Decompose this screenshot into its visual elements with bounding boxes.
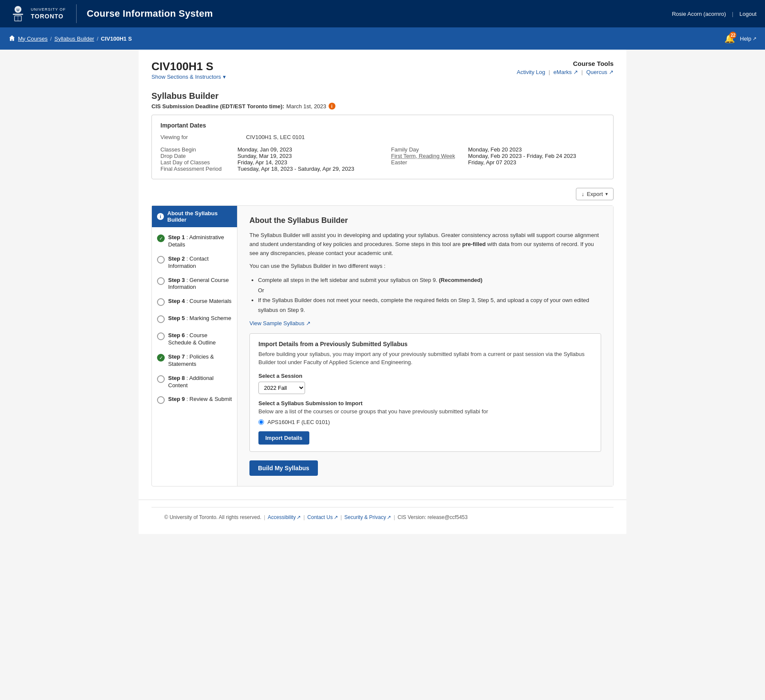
- submission-deadline: CIS Submission Deadline (EDT/EST Toronto…: [151, 103, 614, 110]
- aps160-label[interactable]: APS160H1 F (LEC 0101): [267, 419, 330, 425]
- builder-description-1: The Syllabus Builder will assist you in …: [249, 231, 601, 258]
- header-divider: [76, 4, 77, 23]
- export-button[interactable]: ↓ Export ▾: [576, 188, 614, 200]
- builder-option-1: Complete all steps in the left sidebar a…: [258, 275, 601, 295]
- username: Rosie Acorn (acornro): [672, 11, 726, 17]
- submission-desc: Below are a list of the courses or cours…: [258, 408, 592, 415]
- svg-rect-3: [13, 14, 23, 15]
- breadcrumb: My Courses / Syllabus Builder / CIV100H1…: [9, 35, 132, 43]
- view-sample-ext-icon: ↗: [306, 320, 311, 326]
- contact-link[interactable]: Contact Us ↗: [307, 514, 338, 520]
- footer-copyright: © University of Toronto. All rights rese…: [164, 514, 261, 520]
- help-link[interactable]: Help ↗: [740, 36, 756, 42]
- sidebar-step-1[interactable]: ✓ Step 1 : Administrative Details: [152, 231, 237, 252]
- contact-ext-icon: ↗: [334, 514, 338, 520]
- export-dropdown-icon: ▾: [605, 191, 608, 197]
- builder-sidebar: i About the Syllabus Builder ✓ Step 1 : …: [152, 206, 237, 486]
- course-tools-label: Course Tools: [517, 60, 614, 67]
- my-courses-breadcrumb-link[interactable]: My Courses: [18, 36, 47, 42]
- top-header: U UNIVERSITY OF TORONTO Course Informati…: [0, 0, 765, 27]
- export-down-icon: ↓: [581, 191, 584, 197]
- header-left: U UNIVERSITY OF TORONTO Course Informati…: [9, 4, 213, 23]
- footer-content: © University of Toronto. All rights rese…: [151, 507, 614, 527]
- step-9-circle-icon: [157, 396, 165, 406]
- security-ext-icon: ↗: [387, 514, 391, 520]
- import-box: Import Details from a Previously Submitt…: [249, 333, 601, 452]
- import-title: Import Details from a Previously Submitt…: [258, 341, 592, 347]
- step-1-check-icon: ✓: [157, 234, 165, 242]
- date-row-easter: Easter Friday, Apr 07 2023: [391, 159, 605, 166]
- view-sample-syllabus-link[interactable]: View Sample Syllabus ↗: [249, 320, 311, 326]
- import-desc: Before building your syllabus, you may i…: [258, 350, 592, 367]
- emarks-ext-icon: ↗: [573, 69, 578, 75]
- date-row-classes-begin: Classes Begin Monday, Jan 09, 2023: [160, 146, 374, 153]
- date-row-reading-week: First Term, Reading Week Monday, Feb 20 …: [391, 153, 605, 159]
- course-tools-area: Course Tools Activity Log | eMarks ↗ | Q…: [517, 60, 614, 75]
- notification-bell[interactable]: 🔔 22: [723, 32, 736, 45]
- breadcrumb-bar: My Courses / Syllabus Builder / CIV100H1…: [0, 27, 765, 50]
- uoft-crest-icon: U: [9, 4, 27, 23]
- sidebar-info-icon: i: [157, 213, 164, 220]
- course-tools-links: Activity Log | eMarks ↗ | Quercus ↗: [517, 69, 614, 75]
- deadline-info-icon[interactable]: i: [329, 103, 335, 110]
- course-title: CIV100H1 S: [151, 60, 226, 73]
- sidebar-step-4[interactable]: Step 4 : Course Materials: [152, 294, 237, 311]
- sidebar-step-6[interactable]: Step 6 : Course Schedule & Outline: [152, 329, 237, 350]
- dates-grid: Classes Begin Monday, Jan 09, 2023 Drop …: [160, 146, 605, 172]
- security-privacy-link[interactable]: Security & Privacy ↗: [344, 514, 391, 520]
- quercus-ext-icon: ↗: [609, 69, 614, 75]
- logout-link[interactable]: Logout: [739, 11, 756, 17]
- app-title: Course Information System: [87, 8, 213, 19]
- sidebar-header: i About the Syllabus Builder: [152, 206, 237, 227]
- step-3-circle-icon: [157, 277, 165, 287]
- dates-right: Family Day Monday, Feb 20 2023 First Ter…: [391, 146, 605, 172]
- import-details-button[interactable]: Import Details: [258, 431, 309, 445]
- breadcrumb-current: CIV100H1 S: [101, 36, 132, 42]
- submission-label: Select a Syllabus Submission to Import: [258, 400, 592, 406]
- sidebar-step-8[interactable]: Step 8 : Additional Content: [152, 371, 237, 393]
- date-row-last-day: Last Day of Classes Friday, Apr 14, 2023: [160, 159, 374, 166]
- uoft-logo: U UNIVERSITY OF TORONTO: [9, 4, 66, 23]
- quercus-link[interactable]: Quercus ↗: [586, 69, 614, 75]
- step-6-circle-icon: [157, 332, 165, 342]
- emarks-link[interactable]: eMarks ↗: [554, 69, 578, 75]
- sidebar-step-2[interactable]: Step 2 : Contact Information: [152, 252, 237, 273]
- build-syllabus-button[interactable]: Build My Syllabus: [249, 460, 318, 476]
- date-row-family-day: Family Day Monday, Feb 20 2023: [391, 146, 605, 153]
- main-content: CIV100H1 S Show Sections & Instructors ▾…: [139, 50, 626, 499]
- sidebar-step-5[interactable]: Step 5 : Marking Scheme: [152, 311, 237, 329]
- notification-badge: 22: [729, 32, 736, 39]
- accessibility-link[interactable]: Accessibility ↗: [268, 514, 301, 520]
- builder-main-panel: About the Syllabus Builder The Syllabus …: [237, 206, 613, 486]
- sidebar-step-3[interactable]: Step 3 : General Course Information: [152, 273, 237, 295]
- home-breadcrumb-link[interactable]: [9, 35, 15, 43]
- step-4-circle-icon: [157, 298, 165, 308]
- syllabus-heading: Syllabus Builder: [151, 91, 614, 101]
- sidebar-header-label: About the Syllabus Builder: [167, 210, 232, 223]
- import-radio-row: APS160H1 F (LEC 0101): [258, 419, 592, 425]
- accessibility-ext-icon: ↗: [297, 514, 301, 520]
- aps160-radio[interactable]: [258, 419, 264, 425]
- export-row: ↓ Export ▾: [151, 188, 614, 200]
- syllabus-builder-breadcrumb-link[interactable]: Syllabus Builder: [54, 36, 94, 42]
- course-header: CIV100H1 S Show Sections & Instructors ▾…: [151, 60, 614, 89]
- dates-left: Classes Begin Monday, Jan 09, 2023 Drop …: [160, 146, 374, 172]
- dropdown-arrow-icon: ▾: [223, 74, 226, 80]
- builder-main-title: About the Syllabus Builder: [249, 216, 601, 225]
- footer: © University of Toronto. All rights rese…: [139, 499, 626, 534]
- show-sections-link[interactable]: Show Sections & Instructors ▾: [151, 74, 226, 80]
- viewing-for-row: Viewing for CIV100H1 S, LEC 0101: [160, 134, 605, 140]
- svg-text:U: U: [17, 8, 20, 12]
- sidebar-step-9[interactable]: Step 9 : Review & Submit: [152, 392, 237, 409]
- cis-version: CIS Version: release@ccf5453: [397, 514, 468, 520]
- course-title-area: CIV100H1 S Show Sections & Instructors ▾: [151, 60, 226, 89]
- activity-log-link[interactable]: Activity Log: [517, 69, 545, 75]
- help-area: 🔔 22 Help ↗: [723, 32, 756, 45]
- sidebar-step-7[interactable]: ✓ Step 7 : Policies & Statements: [152, 350, 237, 371]
- step-5-circle-icon: [157, 315, 165, 325]
- builder-option-2: If the Syllabus Builder does not meet yo…: [258, 295, 601, 315]
- session-select[interactable]: 2022 Fall 2022 Winter 2021 Fall 2021 Win…: [258, 382, 305, 394]
- builder-description-2: You can use the Syllabus Builder in two …: [249, 262, 601, 271]
- important-dates-box: Important Dates Viewing for CIV100H1 S, …: [151, 115, 614, 179]
- step-8-circle-icon: [157, 375, 165, 385]
